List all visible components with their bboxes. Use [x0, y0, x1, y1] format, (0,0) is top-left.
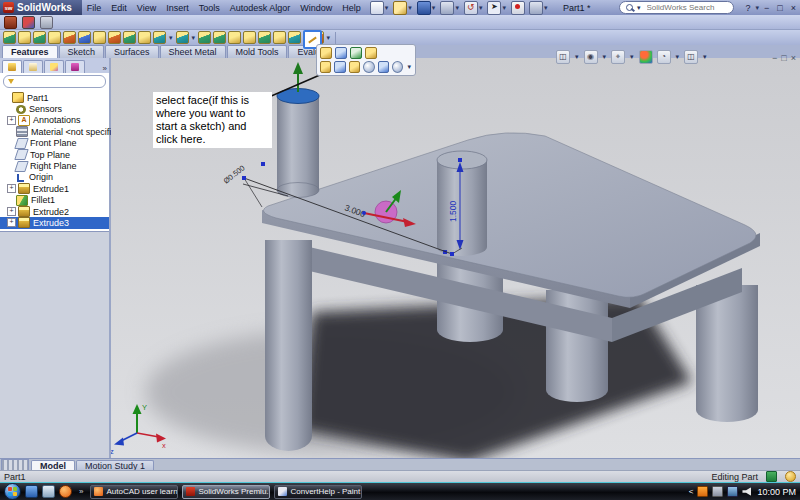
expand-icon[interactable]: +: [7, 218, 16, 227]
tab-features[interactable]: Features: [2, 45, 58, 58]
rebuild-icon[interactable]: [4, 16, 17, 29]
tree-item-front-plane[interactable]: Front Plane: [0, 138, 109, 149]
save-dropdown-icon[interactable]: ▾: [432, 4, 436, 12]
menu-file[interactable]: File: [82, 0, 107, 15]
print-icon[interactable]: [440, 1, 454, 15]
doc-minimize-button[interactable]: −: [772, 53, 777, 63]
tree-item-sensors[interactable]: Sensors: [0, 103, 109, 114]
swept-boss-icon[interactable]: [33, 31, 46, 44]
display-style-dropdown-icon[interactable]: ▾: [575, 53, 579, 61]
appearance-context-icon[interactable]: [320, 61, 331, 73]
cut-dropdown-icon[interactable]: ▾: [169, 34, 173, 42]
menu-view[interactable]: View: [132, 0, 161, 15]
tree-filter-input[interactable]: [17, 76, 91, 87]
extruded-cut-icon[interactable]: [78, 31, 91, 44]
report-dropdown-icon[interactable]: ▾: [544, 4, 548, 12]
menu-autodesk-algor[interactable]: Autodesk Algor: [225, 0, 296, 15]
tab-sketch[interactable]: Sketch: [59, 45, 105, 58]
restore-button[interactable]: □: [773, 3, 786, 13]
new-document-icon[interactable]: [370, 1, 384, 15]
taskbar-button-solidworks[interactable]: SolidWorks Premiu...: [182, 485, 270, 499]
extruded-boss-icon[interactable]: [3, 31, 16, 44]
select-dropdown-icon[interactable]: ▾: [502, 4, 506, 12]
taskbar-button-autocad[interactable]: AutoCAD user learni...: [90, 485, 178, 499]
tree-item-extrude1[interactable]: + Extrude1: [0, 183, 109, 194]
shell-icon[interactable]: [243, 31, 256, 44]
zoom-area-icon[interactable]: [349, 61, 360, 73]
boundary-boss-icon[interactable]: [63, 31, 76, 44]
start-button[interactable]: [4, 483, 21, 500]
tab-surfaces[interactable]: Surfaces: [105, 45, 159, 58]
revolved-boss-icon[interactable]: [18, 31, 31, 44]
tree-filter-box[interactable]: [3, 75, 106, 88]
doc-close-button[interactable]: ×: [791, 53, 796, 63]
menu-tools[interactable]: Tools: [194, 0, 225, 15]
panel-more-icon[interactable]: »: [103, 64, 107, 73]
display-style-icon[interactable]: ◫: [556, 50, 570, 64]
search-scope-dropdown-icon[interactable]: ▾: [637, 4, 641, 12]
quicklaunch-more-icon[interactable]: »: [79, 487, 83, 496]
tree-item-extrude3[interactable]: + Extrude3: [0, 217, 109, 228]
quicklaunch-browser-icon[interactable]: [59, 485, 72, 498]
edit-feature-icon[interactable]: [320, 47, 332, 59]
wrap-icon[interactable]: [258, 31, 271, 44]
menu-insert[interactable]: Insert: [161, 0, 194, 15]
quicklaunch-switcher-icon[interactable]: [42, 485, 55, 498]
tray-app-icon[interactable]: [697, 486, 708, 497]
rebuild-indicator-icon[interactable]: [511, 1, 525, 15]
volume-icon[interactable]: [742, 487, 751, 496]
menu-edit[interactable]: Edit: [106, 0, 132, 15]
expand-icon[interactable]: +: [7, 116, 16, 125]
tab-sheet-metal[interactable]: Sheet Metal: [160, 45, 226, 58]
curves-dropdown-icon[interactable]: ▾: [327, 34, 331, 42]
mirror-icon[interactable]: [273, 31, 286, 44]
draft-icon[interactable]: [228, 31, 241, 44]
edit-appearance-icon[interactable]: [639, 50, 653, 64]
revolved-cut-icon[interactable]: [108, 31, 121, 44]
close-button[interactable]: ×: [787, 3, 800, 13]
options-icon[interactable]: [40, 16, 53, 29]
tree-item-extrude2[interactable]: + Extrude2: [0, 206, 109, 217]
lofted-cut-icon[interactable]: [138, 31, 151, 44]
normal-to-icon[interactable]: [350, 47, 362, 59]
scene-dropdown-icon[interactable]: ▾: [676, 53, 680, 61]
undo-dropdown-icon[interactable]: ▾: [479, 4, 483, 12]
help-dropdown-icon[interactable]: ▾: [756, 4, 760, 12]
tree-item-top-plane[interactable]: Top Plane: [0, 149, 109, 160]
expand-icon[interactable]: +: [7, 207, 16, 216]
boss-cylinder-tall[interactable]: [277, 89, 319, 198]
graphics-viewport[interactable]: 1.500 3.000: [111, 58, 800, 458]
menu-help[interactable]: Help: [337, 0, 366, 15]
camera-dropdown-icon[interactable]: ▾: [703, 53, 707, 61]
zoom-fit-icon[interactable]: [363, 61, 374, 73]
doc-restore-button[interactable]: □: [781, 53, 786, 63]
select-tool-icon[interactable]: ➤: [487, 1, 501, 15]
tree-item-part1[interactable]: Part1: [0, 92, 109, 103]
search-input[interactable]: [645, 2, 727, 13]
tree-item-right-plane[interactable]: Right Plane: [0, 160, 109, 171]
open-dropdown-icon[interactable]: ▾: [408, 4, 412, 12]
edit-sketch-icon[interactable]: [335, 47, 347, 59]
help-button[interactable]: ?: [742, 3, 755, 13]
section-dropdown-icon[interactable]: ▾: [630, 53, 634, 61]
new-dropdown-icon[interactable]: ▾: [385, 4, 389, 12]
save-icon[interactable]: [417, 1, 431, 15]
tree-item-fillet1[interactable]: Fillet1: [0, 195, 109, 206]
rotate-view-icon[interactable]: [378, 61, 389, 73]
scene-icon[interactable]: ◔: [657, 50, 671, 64]
pattern-dropdown-icon[interactable]: ▾: [192, 34, 196, 42]
configurationmanager-tab[interactable]: [44, 60, 64, 73]
dimxpert-tab[interactable]: [65, 60, 85, 73]
tray-expand-icon[interactable]: <: [689, 487, 694, 496]
tree-item-origin[interactable]: Origin: [0, 172, 109, 183]
boundary-cut-icon[interactable]: [153, 31, 166, 44]
swept-cut-icon[interactable]: [123, 31, 136, 44]
search-box[interactable]: ▾: [619, 1, 734, 14]
fillet-icon[interactable]: [176, 31, 189, 44]
quicklaunch-desktop-icon[interactable]: [25, 485, 38, 498]
tab-mold-tools[interactable]: Mold Tools: [227, 45, 288, 58]
camera-icon[interactable]: ◫: [684, 50, 698, 64]
linear-pattern-icon[interactable]: [198, 31, 211, 44]
view-orientation-icon[interactable]: [392, 61, 403, 73]
featuremanager-tree-tab[interactable]: [2, 60, 22, 73]
